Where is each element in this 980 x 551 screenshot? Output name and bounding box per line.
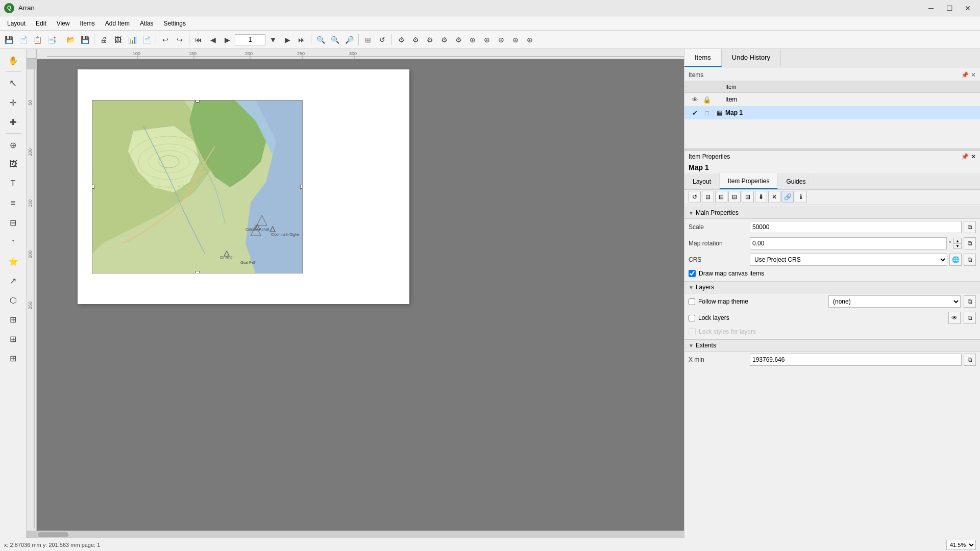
tool-select[interactable]: ↖: [4, 74, 22, 92]
tb-save2[interactable]: 💾: [78, 33, 91, 46]
lock-layers-checkbox[interactable]: [689, 315, 695, 321]
tool-add-map[interactable]: ⊕: [4, 136, 22, 154]
tb-tool7[interactable]: ⊕: [480, 33, 494, 46]
maximize-button[interactable]: ☐: [941, 3, 958, 13]
item-lock-icon[interactable]: 🔒: [701, 96, 713, 104]
tool-pan[interactable]: ✋: [4, 51, 22, 69]
lock-layers-label[interactable]: Lock layers: [698, 314, 945, 321]
tb-nav5[interactable]: ▶: [281, 33, 294, 46]
crs-select[interactable]: Use Project CRS: [750, 254, 947, 266]
menu-settings[interactable]: Settings: [159, 19, 191, 28]
xmin-copy-btn[interactable]: ⧉: [964, 354, 976, 366]
tb-save-as[interactable]: 📑: [45, 33, 58, 46]
menu-view[interactable]: View: [52, 19, 75, 28]
tb-refresh[interactable]: ↺: [376, 33, 389, 46]
menu-edit[interactable]: Edit: [31, 19, 52, 28]
tool-add-arrow[interactable]: ↗: [4, 271, 22, 290]
scale-copy-btn[interactable]: ⧉: [964, 221, 976, 233]
crs-globe-btn[interactable]: 🌐: [949, 254, 962, 266]
horizontal-scrollbar[interactable]: [37, 531, 684, 538]
tb-open-template[interactable]: 📋: [31, 33, 44, 46]
tool-add-table[interactable]: ⊞: [4, 330, 22, 348]
draw-canvas-checkbox[interactable]: [689, 270, 696, 277]
tb-export-svg[interactable]: 📊: [126, 33, 139, 46]
tool-add-text[interactable]: T: [4, 174, 22, 193]
tb-tool4[interactable]: ⚙: [437, 33, 451, 46]
tb-new[interactable]: 📄: [16, 33, 30, 46]
follow-theme-select[interactable]: (none): [828, 295, 961, 308]
tab-layout[interactable]: Layout: [684, 173, 720, 189]
tb-redo[interactable]: ↪: [173, 33, 186, 46]
lock-styles-checkbox[interactable]: [689, 328, 696, 335]
tb-zoom-out[interactable]: 🔍: [328, 33, 341, 46]
tb-zoom-full[interactable]: 🔎: [342, 33, 356, 46]
tool-add-north[interactable]: ↑: [4, 233, 22, 251]
section-layers[interactable]: ▼ Layers: [684, 281, 980, 293]
tool-add-group[interactable]: ⊞: [4, 349, 22, 367]
tool-move[interactable]: ✚: [4, 113, 22, 131]
tb-nav1[interactable]: ⏮: [192, 33, 205, 46]
prop-down-btn[interactable]: ⬇: [755, 191, 767, 203]
tb-undo[interactable]: ↩: [159, 33, 172, 46]
tb-nav3[interactable]: ▶: [220, 33, 234, 46]
tb-tool6[interactable]: ⊕: [466, 33, 479, 46]
prop-pin-icon[interactable]: 📌: [961, 153, 969, 160]
menu-items[interactable]: Items: [75, 19, 100, 28]
tb-nav2[interactable]: ◀: [206, 33, 219, 46]
menu-add-item[interactable]: Add Item: [100, 19, 135, 28]
tb-export-img[interactable]: 🖼: [111, 33, 125, 46]
tool-add-shape[interactable]: ⭐: [4, 252, 22, 270]
tb-zoom-in[interactable]: 🔍: [314, 33, 327, 46]
item-eye-icon[interactable]: 👁: [689, 96, 701, 104]
canvas-scroll[interactable]: Càisteal Abhail Cìoch na h-Oighe Cir Mhò…: [37, 59, 684, 531]
tb-nav6[interactable]: ⏭: [295, 33, 308, 46]
prop-link-btn[interactable]: 🔗: [781, 191, 794, 203]
tab-undo-history[interactable]: Undo History: [722, 49, 781, 67]
zoom-select[interactable]: 41.5% 50% 75% 100%: [946, 540, 976, 550]
item-map1-lock[interactable]: □: [701, 109, 713, 117]
prop-atlas-btn[interactable]: ⊟: [742, 191, 754, 203]
crs-copy-btn[interactable]: ⧉: [964, 254, 976, 266]
prop-clip-btn[interactable]: ⊟: [702, 191, 714, 203]
follow-theme-copy-btn[interactable]: ⧉: [964, 295, 976, 308]
tb-export-pdf[interactable]: 📄: [140, 33, 153, 46]
minimize-button[interactable]: ─: [923, 3, 939, 13]
item-map1-eye[interactable]: ✔: [689, 109, 701, 117]
prop-layer-btn[interactable]: ⊟: [715, 191, 727, 203]
lock-layers-copy-btn[interactable]: ⧉: [964, 312, 976, 324]
prop-extent-btn[interactable]: ⊟: [728, 191, 741, 203]
tool-add-html[interactable]: ⊞: [4, 310, 22, 329]
map-item[interactable]: Càisteal Abhail Cìoch na h-Oighe Cir Mhò…: [92, 100, 303, 273]
tool-add-picture[interactable]: 🖼: [4, 155, 22, 173]
menu-layout[interactable]: Layout: [2, 19, 31, 28]
section-extents[interactable]: ▼ Extents: [684, 339, 980, 352]
tb-tool8[interactable]: ⊕: [495, 33, 508, 46]
close-button[interactable]: ✕: [960, 3, 976, 13]
follow-theme-checkbox[interactable]: [689, 298, 695, 305]
tab-item-properties[interactable]: Item Properties: [720, 173, 778, 189]
tb-tool3[interactable]: ⚙: [423, 33, 436, 46]
section-main-properties[interactable]: ▼ Main Properties: [684, 207, 980, 219]
tb-tool2[interactable]: ⚙: [409, 33, 422, 46]
tb-select[interactable]: ⊞: [361, 33, 375, 46]
tab-items[interactable]: Items: [684, 49, 722, 67]
tb-tool9[interactable]: ⊕: [509, 33, 522, 46]
tb-save[interactable]: 💾: [2, 33, 15, 46]
page-input[interactable]: [235, 34, 265, 45]
tab-guides[interactable]: Guides: [778, 173, 814, 189]
follow-theme-label[interactable]: Follow map theme: [698, 298, 825, 305]
prop-refresh-btn[interactable]: ↺: [689, 191, 701, 203]
tool-add-legend[interactable]: ≡: [4, 194, 22, 212]
tb-tool1[interactable]: ⚙: [395, 33, 408, 46]
prop-delete-btn[interactable]: ✕: [768, 191, 780, 203]
rotation-copy-btn[interactable]: ⧉: [964, 237, 976, 249]
tb-tool10[interactable]: ⊕: [523, 33, 536, 46]
items-close-icon[interactable]: ✕: [971, 71, 976, 79]
xmin-input[interactable]: [750, 354, 962, 366]
item-row-header[interactable]: 👁 🔒 Item: [684, 93, 980, 106]
tb-open[interactable]: 📂: [64, 33, 77, 46]
rotation-spin-down[interactable]: ▼: [953, 243, 962, 249]
tb-nav4[interactable]: ▼: [266, 33, 280, 46]
prop-info-btn[interactable]: ℹ: [795, 191, 807, 203]
tool-node[interactable]: ✛: [4, 93, 22, 112]
